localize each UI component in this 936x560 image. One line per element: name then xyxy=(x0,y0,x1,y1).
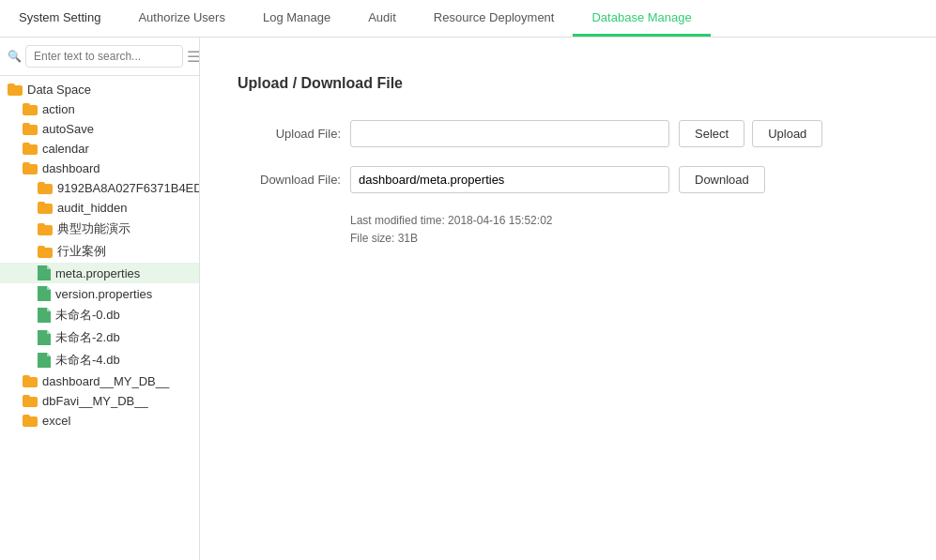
nav-database-manage[interactable]: Database Manage xyxy=(573,0,710,37)
file-icon xyxy=(38,308,51,323)
tree-item-industry[interactable]: 行业案例 xyxy=(0,240,199,263)
tree-label: audit_hidden xyxy=(57,201,127,215)
tree-label: action xyxy=(42,102,75,116)
content-area: Upload / Download File Upload File: Sele… xyxy=(200,38,936,560)
upload-button[interactable]: Upload xyxy=(752,120,822,147)
search-icon: 🔍 xyxy=(8,50,22,63)
file-info: Last modified time: 2018-04-16 15:52:02 … xyxy=(238,212,898,248)
download-file-input[interactable] xyxy=(350,166,669,193)
folder-icon xyxy=(23,123,38,135)
folder-icon xyxy=(23,103,38,115)
tree-label: version.properties xyxy=(55,287,152,301)
tree-label: 9192BA8A027F6371B4ED xyxy=(57,181,199,195)
tree-item-audit-hidden[interactable]: audit_hidden xyxy=(0,198,199,218)
sidebar-menu-icon[interactable]: ☰ xyxy=(187,48,200,66)
download-buttons: Download xyxy=(679,166,765,193)
main-layout: 🔍 ☰ Data Space action autoSave xyxy=(0,38,936,560)
folder-icon xyxy=(38,223,53,235)
folder-icon xyxy=(23,143,38,155)
tree-item-dashboard[interactable]: dashboard xyxy=(0,159,199,178)
tree-item-9192ba[interactable]: 9192BA8A027F6371B4ED xyxy=(0,178,199,198)
nav-audit[interactable]: Audit xyxy=(349,0,415,37)
upload-file-input[interactable] xyxy=(350,120,669,147)
tree-item-calendar[interactable]: calendar xyxy=(0,139,199,159)
nav-authorize-users[interactable]: Authorize Users xyxy=(119,0,243,37)
tree-label: dashboard__MY_DB__ xyxy=(42,374,169,388)
file-modified-time: Last modified time: 2018-04-16 15:52:02 xyxy=(350,212,898,230)
folder-icon xyxy=(23,395,38,407)
tree-item-meta-properties[interactable]: meta.properties xyxy=(0,263,199,283)
folder-icon xyxy=(23,375,38,387)
folder-icon xyxy=(8,83,23,96)
sidebar-search-bar: 🔍 ☰ xyxy=(0,38,199,76)
folder-icon xyxy=(38,246,53,258)
tree-label: autoSave xyxy=(42,122,94,136)
download-button[interactable]: Download xyxy=(679,166,765,193)
tree-label: calendar xyxy=(42,142,89,156)
folder-icon xyxy=(23,415,38,427)
file-icon xyxy=(38,330,51,345)
upload-buttons: Select Upload xyxy=(679,120,822,147)
nav-log-manage[interactable]: Log Manage xyxy=(244,0,349,37)
tree-label: Data Space xyxy=(27,83,91,97)
tree-item-unnamed-0[interactable]: 未命名-0.db xyxy=(0,304,199,326)
tree-label: 典型功能演示 xyxy=(57,220,130,237)
sidebar: 🔍 ☰ Data Space action autoSave xyxy=(0,38,200,560)
file-icon xyxy=(38,353,51,368)
tree-label: meta.properties xyxy=(55,266,140,280)
svg-marker-7 xyxy=(47,330,51,334)
top-navigation: System Setting Authorize Users Log Manag… xyxy=(0,0,936,38)
upload-row: Upload File: Select Upload xyxy=(238,120,898,147)
folder-icon xyxy=(38,202,53,214)
tree-item-dashboard-my-db[interactable]: dashboard__MY_DB__ xyxy=(0,371,199,391)
search-input[interactable] xyxy=(25,45,183,68)
tree-label: 未命名-2.db xyxy=(55,329,120,346)
svg-marker-9 xyxy=(47,353,51,356)
file-icon xyxy=(38,286,51,301)
tree-label: excel xyxy=(42,414,70,428)
file-icon xyxy=(38,265,51,280)
svg-marker-5 xyxy=(47,308,51,311)
sidebar-tree: Data Space action autoSave calendar dash… xyxy=(0,76,199,560)
tree-item-action[interactable]: action xyxy=(0,99,199,119)
tree-item-autosave[interactable]: autoSave xyxy=(0,119,199,139)
tree-label: 未命名-0.db xyxy=(55,307,120,324)
svg-marker-1 xyxy=(47,265,51,269)
tree-label: dbFavi__MY_DB__ xyxy=(42,394,148,408)
tree-item-dbfavi-my-db[interactable]: dbFavi__MY_DB__ xyxy=(0,391,199,411)
nav-resource-deployment[interactable]: Resource Deployment xyxy=(415,0,574,37)
tree-item-unnamed-2[interactable]: 未命名-2.db xyxy=(0,326,199,349)
upload-label: Upload File: xyxy=(238,127,341,141)
download-label: Download File: xyxy=(238,173,341,187)
tree-item-version-properties[interactable]: version.properties xyxy=(0,283,199,304)
tree-root-data-space[interactable]: Data Space xyxy=(0,80,199,99)
tree-item-typical[interactable]: 典型功能演示 xyxy=(0,218,199,240)
page-title: Upload / Download File xyxy=(238,75,898,92)
tree-label: 行业案例 xyxy=(57,243,106,260)
svg-marker-3 xyxy=(47,286,51,290)
select-button[interactable]: Select xyxy=(679,120,744,147)
tree-label: 未命名-4.db xyxy=(55,352,120,369)
tree-label: dashboard xyxy=(42,161,100,175)
tree-item-excel[interactable]: excel xyxy=(0,411,199,431)
download-row: Download File: Download xyxy=(238,166,898,193)
tree-item-unnamed-4[interactable]: 未命名-4.db xyxy=(0,349,199,371)
folder-icon xyxy=(38,182,53,194)
folder-icon xyxy=(23,162,38,174)
file-size: File size: 31B xyxy=(350,230,898,248)
nav-system-setting[interactable]: System Setting xyxy=(0,0,119,37)
